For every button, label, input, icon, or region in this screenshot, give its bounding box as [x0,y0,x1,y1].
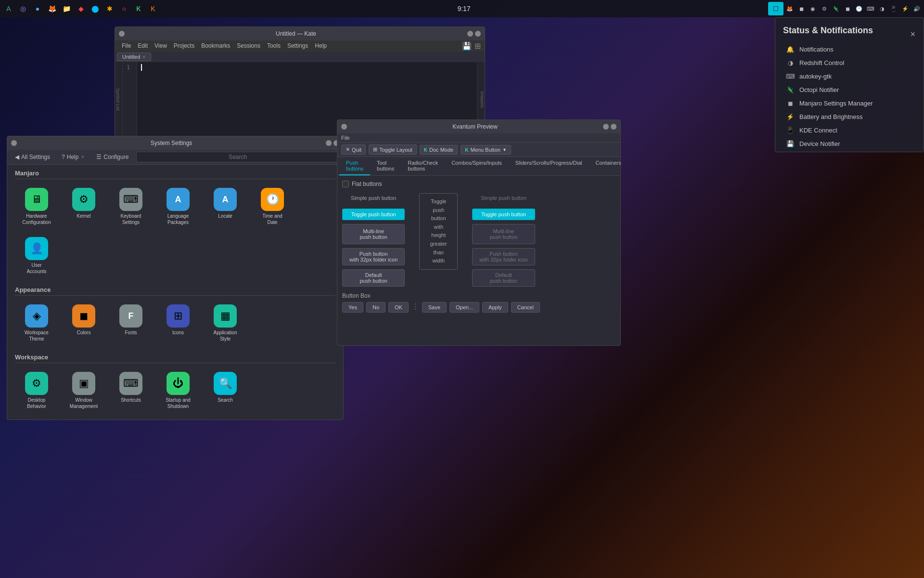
multiline-flat-button[interactable]: Multi-linepush button [472,224,535,244]
kvantum-doc-mode-btn[interactable]: K Doc Mode [420,145,458,155]
kate-toolbar-save[interactable]: 💾 [462,41,472,51]
taskbar-tray-volume[interactable]: 🔊 [911,3,922,14]
taskbar-app-icon-1[interactable]: A [2,2,15,15]
settings-maximize-btn[interactable] [326,140,332,146]
kate-maximize-btn[interactable] [467,31,473,37]
taskbar-icon-6[interactable]: ◆ [74,2,88,15]
settings-configure-btn[interactable]: ☰ Configure [92,152,132,162]
settings-item-application-style[interactable]: ▦ ApplicationStyle [204,301,247,346]
push-folder-flat-button[interactable]: Push buttonwith 32px folder icon [472,248,535,265]
default-push-button[interactable]: Defaultpush button [342,269,405,287]
status-item-octopi[interactable]: 🦎 Octopi Notifier [783,83,916,96]
kate-menu-projects[interactable]: Projects [171,41,197,51]
kate-menu-view[interactable]: View [152,41,170,51]
bb-yes-btn[interactable]: Yes [342,302,363,313]
taskbar-firefox-icon[interactable]: 🦊 [45,2,59,15]
kate-close-btn[interactable] [475,31,481,37]
settings-item-colors[interactable]: ◼ Colors [62,301,105,346]
status-item-kde-connect[interactable]: 📱 KDE Connect [783,123,916,137]
kv-tab-containers[interactable]: Containers [589,157,628,175]
status-item-autokey[interactable]: ⌨ autokey-gtk [783,69,916,83]
settings-item-keyboard-settings[interactable]: ⌨ KeyboardSettings [109,184,153,229]
bb-save-btn[interactable]: Save [422,302,447,313]
taskbar-tray-4[interactable]: 🦎 [831,3,841,14]
taskbar-icon-8[interactable]: ✱ [103,2,116,15]
kate-menu-edit[interactable]: Edit [135,41,151,51]
taskbar-tray-1[interactable]: ◼ [796,3,807,14]
kv-tab-tool-buttons[interactable]: Tool buttons [370,157,401,175]
taskbar-tray-9[interactable]: 📱 [888,3,899,14]
taskbar-icon-11[interactable]: K [146,2,160,15]
bb-open-btn[interactable]: Open... [449,302,479,313]
kate-minimize-btn[interactable] [119,31,125,37]
kvantum-menu-button-btn[interactable]: K Menu Button ▼ [461,145,511,155]
settings-item-workspace-theme[interactable]: ◈ WorkspaceTheme [15,301,58,346]
settings-item-hardware[interactable]: 🖥 HardwareConfiguration [15,184,58,229]
kate-menu-bookmarks[interactable]: Bookmarks [198,41,233,51]
taskbar-icon-9[interactable]: ○ [117,2,131,15]
settings-item-desktop-behavior[interactable]: ⚙ DesktopBehavior [15,368,58,413]
taskbar-tray-2[interactable]: ◉ [808,3,818,14]
kvantum-toggle-layout-btn[interactable]: ⊞ Toggle Layout [369,144,417,155]
status-item-manjaro-settings[interactable]: ◼ Manjaro Settings Manager [783,96,916,110]
taskbar-app-icon-3[interactable]: ● [31,2,44,15]
kate-tab-untitled[interactable]: Untitled ✕ [117,53,151,61]
kate-menu-sessions[interactable]: Sessions [234,41,263,51]
taskbar-icon-7[interactable]: ⬤ [89,2,102,15]
taskbar-tray-7[interactable]: ⌨ [865,3,876,14]
kv-tab-sliders[interactable]: Sliders/Scrolls/Progress/Dial [509,157,589,175]
toggle-push-flat-button[interactable]: Toggle push button [472,209,535,220]
kate-menu-help[interactable]: Help [312,41,330,51]
kate-symbol-list-panel[interactable]: Symbol List [115,62,123,137]
flat-buttons-checkbox[interactable] [342,181,349,187]
taskbar-tray-3[interactable]: ⚙ [819,3,830,14]
status-panel-close-btn[interactable]: ✕ [910,30,916,38]
settings-back-btn[interactable]: ◀ All Settings [11,152,54,162]
kv-tab-combos-spins[interactable]: Combos/Spins/Inputs [445,157,509,175]
settings-item-shortcuts[interactable]: ⌨ Shortcuts [109,368,153,413]
kv-tab-radio-check[interactable]: Radio/Check buttons [401,157,445,175]
kvantum-minimize-btn[interactable] [341,124,347,130]
settings-item-icons[interactable]: ⊞ Icons [156,301,200,346]
settings-item-kernel[interactable]: ⚙ Kernel [62,184,105,229]
kvantum-menu-file[interactable]: File [341,135,350,141]
taskbar-tray-8[interactable]: ◑ [877,3,887,14]
bb-cancel-btn[interactable]: Cancel [511,302,540,313]
taskbar-highlight-btn[interactable]: □ [768,2,783,15]
bb-apply-btn[interactable]: Apply [482,302,508,313]
settings-item-time[interactable]: 🕐 Time andDate [251,184,294,229]
settings-search-input[interactable] [136,152,339,162]
kate-toolbar-layout[interactable]: ⊞ [475,41,481,51]
toggle-push-button[interactable]: Toggle push button [342,209,405,220]
settings-help-btn[interactable]: ? Help ▼ [58,152,89,162]
status-item-device-notifier[interactable]: 💾 Device Notifier [783,137,916,150]
settings-item-startup-shutdown[interactable]: ⏻ Startup andShutdown [156,368,200,413]
kvantum-maximize-btn[interactable] [603,124,609,130]
kate-tab-close[interactable]: ✕ [142,54,146,60]
kvantum-close-btn[interactable] [611,124,616,130]
settings-item-language[interactable]: A LanguagePackages [156,184,200,229]
taskbar-tray-5[interactable]: ◼ [842,3,853,14]
settings-item-fonts[interactable]: F Fonts [109,301,153,346]
settings-item-locale[interactable]: A Locale [204,184,247,229]
status-item-redshift[interactable]: ◑ Redshift Control [783,56,916,69]
taskbar-icon-10[interactable]: K [132,2,145,15]
status-item-battery[interactable]: ⚡ Battery and Brightness [783,110,916,123]
kate-menu-file[interactable]: File [119,41,134,51]
settings-minimize-btn[interactable] [11,140,17,146]
taskbar-tray-10[interactable]: ⚡ [900,3,911,14]
taskbar-app-icon-2[interactable]: ◎ [16,2,30,15]
bb-drag-handle[interactable]: ⋮ [411,302,419,313]
bb-no-btn[interactable]: No [366,302,385,313]
default-flat-button[interactable]: Defaultpush button [472,269,535,287]
settings-item-window-management[interactable]: ▣ WindowManagement [62,368,105,413]
settings-item-search[interactable]: 🔍 Search [204,368,247,413]
taskbar-tray-6[interactable]: 🕐 [854,3,864,14]
status-item-notifications[interactable]: 🔔 Notifications [783,42,916,56]
taskbar-files-icon[interactable]: 📁 [60,2,73,15]
bb-ok-btn[interactable]: OK [388,302,409,313]
taskbar-browser-tray[interactable]: 🦊 [784,3,795,14]
kate-menu-settings[interactable]: Settings [284,41,311,51]
kvantum-quit-btn[interactable]: ✕ Quit [341,144,366,155]
multiline-push-button[interactable]: Multi-linepush button [342,224,405,244]
